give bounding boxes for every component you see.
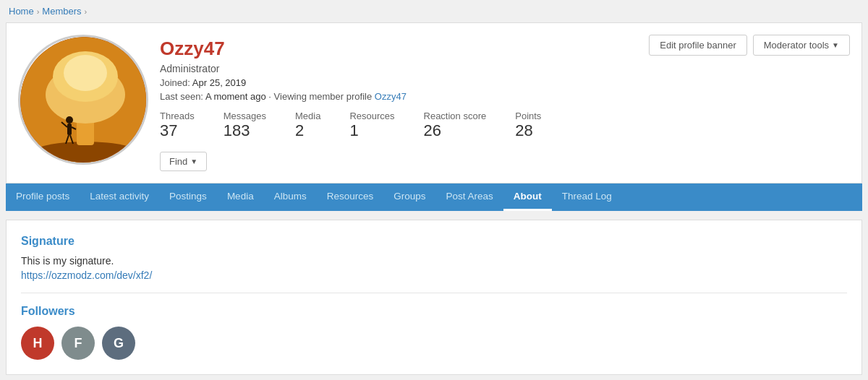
avatar: [18, 35, 148, 165]
profile-role: Administrator: [160, 63, 850, 74]
stat-value: 1: [349, 121, 358, 140]
find-caret-icon: ▼: [190, 157, 197, 165]
stat-item: Media2: [295, 111, 320, 140]
stat-item: Points28: [515, 111, 541, 140]
follower-avatar[interactable]: F: [61, 327, 95, 360]
tab-groups[interactable]: Groups: [383, 183, 435, 211]
tab-latest-activity[interactable]: Latest activity: [80, 183, 159, 211]
tab-thread-log[interactable]: Thread Log: [552, 183, 622, 211]
tab-media[interactable]: Media: [217, 183, 264, 211]
follower-avatar[interactable]: H: [21, 327, 54, 360]
avatar-image: [20, 37, 148, 165]
follower-avatar[interactable]: G: [102, 327, 135, 360]
stat-item: Resources1: [349, 111, 394, 140]
stat-label: Threads: [160, 111, 195, 121]
tab-postings[interactable]: Postings: [159, 183, 217, 211]
profile-lastseen: Last seen: A moment ago · Viewing member…: [160, 91, 850, 102]
moderator-tools-label: Moderator tools: [764, 40, 829, 51]
stat-item: Threads37: [160, 111, 195, 140]
stat-value: 26: [424, 121, 441, 140]
breadcrumb-home[interactable]: Home: [9, 6, 34, 17]
stat-value: 183: [224, 121, 250, 140]
breadcrumb-sep2: ›: [85, 7, 88, 16]
followers-title: Followers: [21, 305, 847, 318]
last-seen-value: A moment ago: [205, 91, 266, 102]
tab-profile-posts[interactable]: Profile posts: [6, 183, 80, 211]
followers-list: HFG: [21, 327, 847, 360]
moderator-tools-button[interactable]: Moderator tools ▼: [753, 35, 850, 56]
signature-title: Signature: [21, 235, 847, 248]
stat-item: Reaction score26: [424, 111, 487, 140]
stat-label: Messages: [224, 111, 266, 121]
profile-joined: Joined: Apr 25, 2019: [160, 77, 850, 88]
stat-label: Resources: [349, 111, 394, 121]
breadcrumb: Home › Members ›: [0, 0, 868, 22]
tab-resources[interactable]: Resources: [317, 183, 384, 211]
stat-label: Reaction score: [424, 111, 487, 121]
last-seen-label: Last seen:: [160, 91, 203, 102]
joined-date: Apr 25, 2019: [192, 77, 246, 88]
profile-container: Ozzy47 Administrator Joined: Apr 25, 201…: [6, 22, 862, 183]
header-buttons: Edit profile banner Moderator tools ▼: [649, 35, 850, 56]
breadcrumb-sep1: ›: [37, 7, 40, 16]
edit-profile-banner-button[interactable]: Edit profile banner: [649, 35, 747, 56]
find-button-label: Find: [169, 156, 187, 167]
tab-post-areas[interactable]: Post Areas: [435, 183, 503, 211]
find-button[interactable]: Find ▼: [160, 152, 207, 171]
divider: [21, 293, 847, 293]
stats-row: Threads37Messages183Media2Resources1Reac…: [160, 111, 850, 140]
profile-header: Ozzy47 Administrator Joined: Apr 25, 201…: [7, 23, 861, 183]
stat-label: Points: [515, 111, 541, 121]
nav-tabs: Profile postsLatest activityPostingsMedi…: [6, 183, 862, 211]
last-seen-middle: · Viewing member profile: [268, 91, 372, 102]
signature-text: This is my signature.: [21, 255, 847, 267]
svg-point-7: [66, 116, 73, 124]
moderator-tools-caret-icon: ▼: [832, 41, 839, 49]
find-button-wrap: Find ▼: [160, 152, 850, 171]
svg-point-5: [64, 55, 107, 91]
tab-about[interactable]: About: [503, 183, 552, 211]
stat-value: 28: [515, 121, 532, 140]
breadcrumb-members[interactable]: Members: [42, 6, 81, 17]
svg-rect-6: [67, 124, 72, 135]
last-seen-link[interactable]: Ozzy47: [375, 91, 407, 102]
stat-value: 2: [295, 121, 304, 140]
joined-label: Joined:: [160, 77, 190, 88]
stat-item: Messages183: [224, 111, 266, 140]
stat-value: 37: [160, 121, 177, 140]
content-area: Signature This is my signature. https://…: [6, 220, 862, 375]
stat-label: Media: [295, 111, 320, 121]
tab-albums[interactable]: Albums: [264, 183, 317, 211]
signature-link[interactable]: https://ozzmodz.com/dev/xf2/: [21, 269, 152, 281]
